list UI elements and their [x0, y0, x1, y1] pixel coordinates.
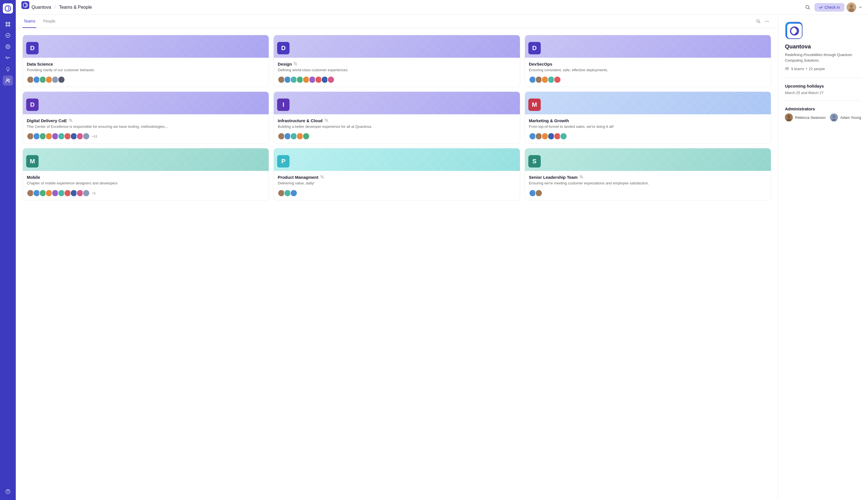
user-dropdown-chevron[interactable]: [858, 5, 863, 9]
card-desc-senior-leadership: Ensuring we're meeting customer expectat…: [529, 181, 767, 186]
avatar: [58, 76, 65, 83]
card-name-senior-leadership: Senior Leadership Team: [529, 175, 767, 180]
card-initial-marketing: M: [528, 99, 541, 111]
card-name-marketing: Marketing & Growth: [529, 118, 767, 123]
card-avatars-data-science: [27, 76, 265, 83]
card-desc-infra-cloud: Building a better developer experience f…: [278, 124, 516, 129]
meta-separator: •: [806, 67, 807, 71]
svg-point-5: [6, 34, 10, 38]
lightbulb-nav-icon[interactable]: [3, 64, 13, 74]
checkin-button[interactable]: Check in: [814, 3, 844, 12]
main-area: Quantova / Teams & People Check in: [16, 0, 868, 500]
team-card-senior-leadership[interactable]: S Senior Leadership Team Ensuring we're …: [525, 148, 771, 200]
card-name-design: Design: [278, 62, 516, 66]
admin-item-adam: Adam Young: [830, 113, 861, 121]
panel-more-button[interactable]: [763, 17, 771, 26]
org-logo: [785, 21, 803, 39]
admin-name-rebecca: Rebecca Swanson: [795, 115, 825, 120]
org-meta-sidebar: 9 teams • 22 people: [785, 66, 861, 71]
card-avatars-product: [278, 190, 516, 197]
card-avatars-senior-leadership: [529, 190, 767, 197]
global-search-button[interactable]: [803, 3, 812, 12]
avatar-overflow-digital-delivery: +11: [92, 135, 98, 138]
tab-teams[interactable]: Teams: [23, 15, 36, 28]
card-desc-marketing: From top-of-funnel to landed sales, we'r…: [529, 124, 767, 129]
admin-item-rebecca: Rebecca Swanson: [785, 113, 825, 121]
avatar: [82, 190, 90, 197]
teams-count-text: 9 teams: [791, 67, 804, 71]
grid-nav-icon[interactable]: [3, 19, 13, 29]
people-nav-icon[interactable]: [3, 76, 13, 86]
check-circle-nav-icon[interactable]: [3, 31, 13, 41]
teams-grid: D Data Science Providing clarity of our …: [23, 35, 771, 201]
card-body-mobile: Mobile Chapter of mobile experience desi…: [23, 171, 269, 200]
card-initial-design: D: [277, 42, 290, 54]
org-name-header: Quantova: [32, 5, 51, 10]
svg-point-35: [833, 115, 835, 118]
card-banner-marketing: M: [525, 92, 771, 114]
help-nav-icon[interactable]: [3, 487, 13, 497]
avatar: [560, 133, 567, 140]
user-avatar-header[interactable]: [847, 2, 856, 12]
top-header: Quantova / Teams & People Check in: [16, 0, 868, 15]
card-name-devsecops: DevSecOps: [529, 62, 767, 66]
avatar: [82, 133, 90, 140]
card-name-data-science: Data Science: [27, 62, 265, 66]
svg-point-24: [767, 21, 767, 22]
svg-point-19: [850, 4, 853, 8]
card-initial-product: P: [277, 155, 290, 168]
section-title: Teams & People: [59, 5, 92, 10]
team-card-digital-delivery[interactable]: D Digital Delivery CoE This Center of Ex…: [23, 91, 269, 144]
activity-nav-icon[interactable]: [3, 53, 13, 63]
teams-count-icon: [785, 66, 789, 71]
admins-row: Rebecca Swanson Adam Young: [785, 113, 861, 121]
holidays-title: Upcoming holidays: [785, 83, 861, 88]
svg-point-25: [768, 21, 769, 22]
card-avatars-design: [278, 76, 516, 83]
card-banner-data-science: D: [23, 35, 269, 58]
team-card-marketing[interactable]: M Marketing & Growth From top-of-funnel …: [525, 91, 771, 144]
card-banner-mobile: M: [23, 148, 269, 171]
card-body-data-science: Data Science Providing clarity of our cu…: [23, 58, 269, 87]
svg-rect-27: [787, 24, 802, 38]
admin-avatar-adam: [830, 113, 838, 121]
card-banner-senior-leadership: S: [525, 148, 771, 171]
left-navigation: [0, 0, 16, 500]
divider-1: [785, 78, 861, 78]
org-name-sidebar: Quantova: [785, 43, 861, 50]
card-body-marketing: Marketing & Growth From top-of-funnel to…: [525, 114, 771, 143]
svg-point-23: [765, 21, 766, 22]
team-card-product[interactable]: P Product Managment Delivering value, da…: [273, 148, 520, 200]
team-card-devsecops[interactable]: D DevSecOps Ensuring consistent, safe, e…: [525, 35, 771, 87]
team-card-data-science[interactable]: D Data Science Providing clarity of our …: [23, 35, 269, 87]
panel-tabs: Teams People: [16, 15, 778, 28]
avatar: [303, 133, 310, 140]
app-logo-nav[interactable]: [3, 3, 13, 13]
card-banner-design: D: [274, 35, 520, 58]
card-desc-mobile: Chapter of mobile experience designers a…: [27, 181, 265, 186]
card-name-infra-cloud: Infrastructure & Cloud: [278, 118, 516, 123]
svg-rect-4: [8, 24, 10, 26]
tab-people[interactable]: People: [42, 15, 57, 28]
team-card-design[interactable]: D Design Defining world-class customer e…: [273, 35, 520, 87]
hidden-icon-design: [293, 62, 297, 66]
card-desc-devsecops: Ensuring consistent, safe, effective dep…: [529, 68, 767, 73]
svg-point-12: [9, 79, 10, 80]
target-nav-icon[interactable]: [3, 42, 13, 52]
team-card-infra-cloud[interactable]: I Infrastructure & Cloud Building a bett…: [273, 91, 520, 144]
svg-line-17: [808, 8, 809, 9]
people-count-text: 22 people: [809, 67, 825, 71]
team-card-mobile[interactable]: M Mobile Chapter of mobile experience de…: [23, 148, 269, 200]
hidden-icon-digital-delivery: [69, 118, 73, 123]
hidden-icon-senior-leadership: [579, 175, 583, 180]
card-name-mobile: Mobile: [27, 175, 265, 180]
card-initial-data-science: D: [26, 42, 38, 54]
svg-point-29: [786, 68, 787, 69]
svg-point-14: [8, 492, 8, 493]
card-desc-product: Delivering value, daily!: [278, 181, 516, 186]
teams-grid-container: D Data Science Providing clarity of our …: [16, 28, 778, 500]
panel-search-button[interactable]: [754, 17, 763, 26]
card-desc-design: Defining world-class customer experience…: [278, 68, 516, 73]
avatar-overflow-mobile: +1: [92, 191, 96, 195]
svg-rect-2: [8, 22, 10, 24]
